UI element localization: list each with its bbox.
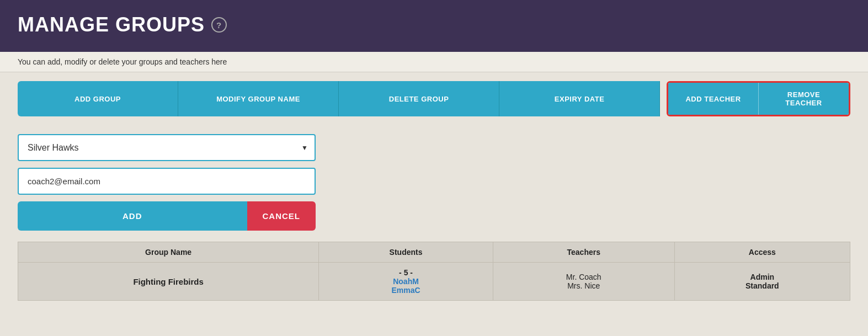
add-button[interactable]: ADD [18, 201, 247, 231]
col-access: Access [674, 242, 850, 263]
toolbar: ADD GROUP MODIFY GROUP NAME DELETE GROUP… [0, 72, 868, 125]
student-link-1[interactable]: NoahM [328, 277, 484, 286]
modify-group-name-button[interactable]: MODIFY GROUP NAME [178, 81, 339, 116]
cell-teachers: Mr. Coach Mrs. Nice [493, 263, 674, 301]
header: MANAGE GROUPS ? You can add, modify or d… [0, 0, 868, 72]
delete-group-button[interactable]: DELETE GROUP [339, 81, 499, 116]
page-title: MANAGE GROUPS [18, 13, 205, 36]
cell-access: Admin Standard [674, 263, 850, 301]
table-header-row: Group Name Students Teachers Access [18, 242, 850, 263]
remove-teacher-button[interactable]: REMOVE TEACHER [759, 83, 849, 115]
students-count: - 5 - [328, 268, 484, 277]
cell-group-name: Fighting Firebirds [18, 263, 319, 301]
groups-table-section: Group Name Students Teachers Access Figh… [18, 242, 850, 301]
expiry-date-button[interactable]: EXPIRY DATE [499, 81, 660, 116]
group-select-wrapper: Silver Hawks Fighting Firebirds ▼ [18, 134, 316, 161]
cancel-button[interactable]: CANCEL [247, 201, 316, 231]
table-row: Fighting Firebirds - 5 - NoahM EmmaC Mr.… [18, 263, 850, 301]
cell-students: - 5 - NoahM EmmaC [319, 263, 493, 301]
teacher-1: Mr. Coach [502, 273, 665, 281]
teacher-2: Mrs. Nice [502, 281, 665, 290]
access-1: Admin [684, 273, 841, 281]
teacher-buttons-group: ADD TEACHER REMOVE TEACHER [667, 81, 850, 116]
help-icon[interactable]: ? [211, 17, 227, 33]
groups-table: Group Name Students Teachers Access Figh… [18, 242, 850, 301]
action-buttons: ADD CANCEL [18, 201, 316, 231]
add-group-button[interactable]: ADD GROUP [18, 81, 178, 116]
group-select[interactable]: Silver Hawks Fighting Firebirds [18, 134, 316, 161]
add-teacher-button[interactable]: ADD TEACHER [668, 83, 759, 115]
access-2: Standard [684, 281, 841, 290]
col-teachers: Teachers [493, 242, 674, 263]
student-link-2[interactable]: EmmaC [328, 286, 484, 295]
subtitle-text: You can add, modify or delete your group… [18, 57, 227, 66]
col-group-name: Group Name [18, 242, 319, 263]
col-students: Students [319, 242, 493, 263]
content-area: Silver Hawks Fighting Firebirds ▼ ADD CA… [0, 125, 868, 310]
email-input[interactable] [18, 168, 316, 195]
